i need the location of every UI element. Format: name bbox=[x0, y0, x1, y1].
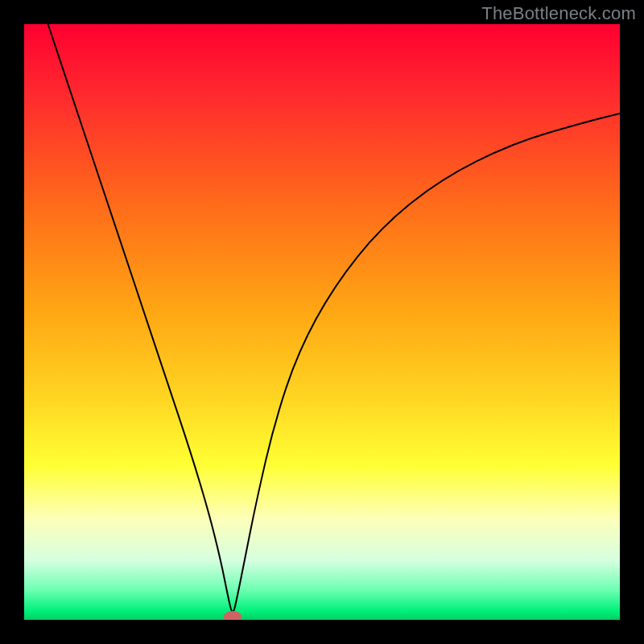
chart-frame: { "watermark": "TheBottleneck.com", "col… bbox=[0, 0, 644, 644]
bottleneck-chart bbox=[24, 24, 620, 620]
plot-area bbox=[24, 24, 620, 620]
watermark-text: TheBottleneck.com bbox=[481, 3, 636, 24]
gradient-background bbox=[24, 24, 620, 620]
